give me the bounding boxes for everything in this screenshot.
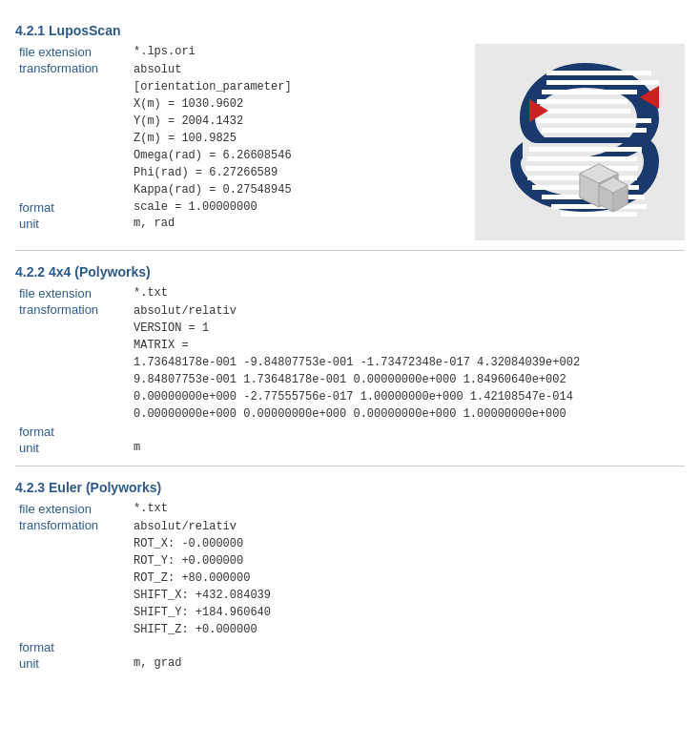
label-format-423: format [15, 639, 130, 655]
label-file-extension: file extension [15, 44, 130, 60]
svg-rect-5 [537, 118, 651, 123]
label-transformation: transformation [15, 60, 130, 199]
section-422-table: file extension *.txt transformation abso… [15, 285, 685, 456]
section-423-table: file extension *.txt transformation abso… [15, 501, 685, 672]
section-421-content: file extension *.lps.ori transformation … [15, 44, 685, 240]
table-row: file extension *.lps.ori [15, 44, 456, 60]
svg-rect-2 [542, 90, 637, 94]
table-row: file extension *.txt [15, 501, 685, 517]
value-unit-422: m [130, 440, 685, 456]
svg-rect-9 [525, 166, 638, 171]
value-file-extension-423: *.txt [130, 501, 685, 517]
value-format-422 [130, 424, 685, 440]
divider-1 [15, 250, 685, 251]
value-format-423 [130, 639, 685, 655]
table-row: format [15, 639, 685, 655]
label-file-extension-423: file extension [15, 501, 130, 517]
code-transformation-421: absolut [orientation_parameter] X(m) = 1… [134, 61, 452, 198]
code-transformation-422: absolut/relativ VERSION = 1 MATRIX = 1.7… [134, 302, 681, 423]
label-unit: unit [15, 216, 130, 232]
section-422: 4.2.2 4x4 (Polyworks) file extension *.t… [15, 264, 685, 456]
label-transformation-422: transformation [15, 301, 130, 424]
label-unit-422: unit [15, 440, 130, 456]
code-transformation-423: absolut/relativ ROT_X: -0.000000 ROT_Y: … [134, 518, 681, 638]
table-row: file extension *.txt [15, 285, 685, 301]
section-421: 4.2.1 LuposScan file extension *.lps.ori… [15, 23, 685, 240]
label-transformation-423: transformation [15, 517, 130, 639]
label-file-extension-422: file extension [15, 285, 130, 301]
svg-rect-3 [537, 99, 628, 104]
lupos-logo [489, 52, 670, 233]
value-transformation-423: absolut/relativ ROT_X: -0.000000 ROT_Y: … [130, 517, 685, 639]
table-row: transformation absolut/relativ ROT_X: -0… [15, 517, 685, 639]
svg-rect-14 [561, 212, 637, 217]
value-file-extension-422: *.txt [130, 285, 685, 301]
table-row: unit m, rad [15, 216, 456, 232]
section-422-content: file extension *.txt transformation abso… [15, 285, 685, 456]
svg-rect-1 [546, 80, 659, 85]
value-transformation-422: absolut/relativ VERSION = 1 MATRIX = 1.7… [130, 301, 685, 424]
section-423: 4.2.3 Euler (Polyworks) file extension *… [15, 480, 685, 672]
table-row: transformation absolut/relativ VERSION =… [15, 301, 685, 424]
svg-rect-4 [535, 109, 630, 114]
svg-rect-7 [529, 147, 642, 152]
label-unit-423: unit [15, 655, 130, 672]
table-row: format [15, 424, 685, 440]
table-row: transformation absolut [orientation_para… [15, 60, 456, 199]
svg-rect-0 [546, 71, 651, 75]
svg-rect-6 [542, 128, 647, 133]
table-row: unit m [15, 440, 685, 456]
value-unit: m, rad [130, 216, 456, 232]
label-format: format [15, 199, 130, 216]
table-row: unit m, grad [15, 655, 685, 672]
value-format: scale = 1.00000000 [130, 199, 456, 216]
section-423-title: 4.2.3 Euler (Polyworks) [15, 480, 685, 495]
section-421-table: file extension *.lps.ori transformation … [15, 44, 456, 232]
value-transformation: absolut [orientation_parameter] X(m) = 1… [130, 60, 456, 199]
section-422-title: 4.2.2 4x4 (Polyworks) [15, 264, 685, 280]
table-row: format scale = 1.00000000 [15, 199, 456, 216]
section-421-title: 4.2.1 LuposScan [15, 23, 685, 38]
section-423-content: file extension *.txt transformation abso… [15, 501, 685, 672]
logo-area [475, 44, 685, 240]
value-unit-423: m, grad [130, 655, 685, 672]
svg-rect-8 [527, 156, 637, 161]
value-file-extension: *.lps.ori [130, 44, 456, 60]
divider-2 [15, 466, 685, 466]
label-format-422: format [15, 424, 130, 440]
